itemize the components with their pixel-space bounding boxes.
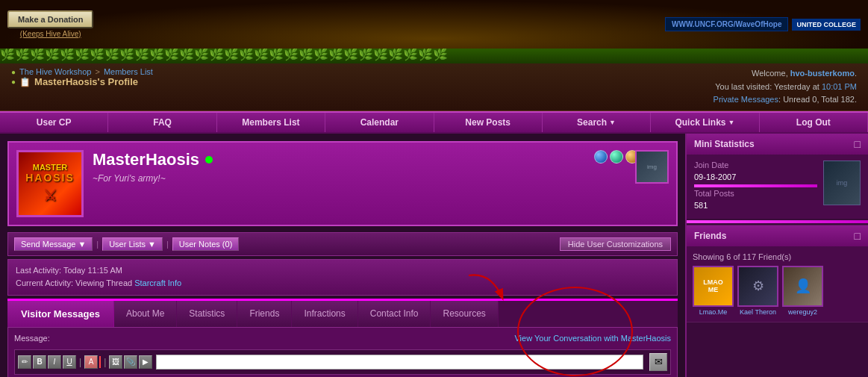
friends-count: Showing 6 of 117 Friend(s) bbox=[693, 252, 862, 261]
color-indicator bbox=[99, 356, 101, 368]
nav-quick-links[interactable]: Quick Links▼ bbox=[651, 113, 759, 132]
tab-resources[interactable]: Resources bbox=[431, 301, 498, 327]
submit-icon: ✉ bbox=[655, 356, 663, 367]
avatar-text: MASTER HAOSIS ⚔ bbox=[25, 163, 75, 205]
user-notes-button[interactable]: User Notes (0) bbox=[172, 237, 240, 251]
breadcrumb-home-link[interactable]: The Hive Workshop bbox=[19, 67, 91, 76]
join-date-value: 09-18-2007 bbox=[694, 172, 736, 181]
nav-members-list[interactable]: Members List bbox=[217, 113, 325, 132]
nav-user-cp[interactable]: User CP bbox=[0, 113, 108, 132]
friend-item-lmao[interactable]: LMAOME Lmao.Me bbox=[693, 266, 734, 316]
stats-profile-avatar: img bbox=[823, 161, 861, 205]
welcome-prefix: Welcome, bbox=[752, 69, 790, 78]
profile-header: MASTER HAOSIS ⚔ MasterHaosis ~For Yuri's… bbox=[7, 141, 678, 226]
nav-faq[interactable]: FAQ bbox=[108, 113, 216, 132]
send-message-dropdown-icon: ▼ bbox=[78, 240, 86, 249]
mini-stats-collapse-button[interactable]: □ bbox=[855, 138, 861, 150]
editor-image-button[interactable]: 🖼 bbox=[109, 355, 122, 369]
nav-log-out[interactable]: Log Out bbox=[760, 113, 868, 132]
top-banner: Make a Donation (Keeps Hive Alive) WWW.U… bbox=[0, 0, 868, 49]
friend-name-kael[interactable]: Kael Theron bbox=[740, 308, 776, 316]
united-logo: UNITED COLLEGE bbox=[792, 19, 861, 31]
editor-input[interactable] bbox=[156, 355, 643, 370]
join-date-value-row: 09-18-2007 bbox=[694, 172, 817, 181]
welcome-period: . bbox=[855, 69, 857, 78]
friend-avatar-kael: ⚙ bbox=[737, 266, 778, 307]
pm-info: Unread 0, Total 182. bbox=[783, 95, 857, 104]
friends-collapse-button[interactable]: □ bbox=[855, 230, 861, 242]
keeps-alive-text: (Keeps Hive Alive) bbox=[20, 30, 81, 38]
pink-bar-divider bbox=[687, 220, 868, 223]
welcome-line: Welcome, hvo-busterkomo. bbox=[714, 67, 857, 81]
foliage-border bbox=[0, 49, 868, 63]
stats-with-avatar: Join Date 09-18-2007 Total Posts 581 bbox=[694, 161, 861, 213]
user-lists-button[interactable]: User Lists ▼ bbox=[102, 237, 163, 251]
tab-about-me[interactable]: About Me bbox=[114, 301, 177, 327]
friend-name-lmao[interactable]: Lmao.Me bbox=[699, 308, 728, 316]
send-message-button[interactable]: Send Message ▼ bbox=[14, 237, 93, 251]
username-row: MasterHaosis bbox=[93, 150, 669, 169]
pink-divider bbox=[694, 184, 817, 187]
breadcrumb-row: ● The Hive Workshop > Members List bbox=[11, 67, 714, 76]
friend-item-kael[interactable]: ⚙ Kael Theron bbox=[737, 266, 778, 316]
friend-avatar-label-lmao: LMAOME bbox=[702, 277, 725, 295]
tab-friends[interactable]: Friends bbox=[237, 301, 292, 327]
view-conversation-link[interactable]: View Your Conversation with MasterHaosis bbox=[514, 334, 671, 346]
donate-button[interactable]: Make a Donation bbox=[7, 10, 93, 28]
join-date-label: Join Date bbox=[694, 161, 761, 169]
last-visited-time-link[interactable]: 10:01 PM bbox=[822, 82, 857, 91]
editor-pen-button[interactable]: ✏ bbox=[18, 355, 31, 369]
tab-contact-info[interactable]: Contact Info bbox=[358, 301, 431, 327]
profile-content: MASTER HAOSIS ⚔ MasterHaosis ~For Yuri's… bbox=[0, 134, 868, 377]
stats-values: Join Date 09-18-2007 Total Posts 581 bbox=[694, 161, 817, 213]
nav-search[interactable]: Search▼ bbox=[543, 113, 651, 132]
friend-avatar-lmao: LMAOME bbox=[693, 266, 734, 307]
editor-sep: | bbox=[79, 357, 81, 367]
friend-name-were[interactable]: wereguy2 bbox=[788, 308, 817, 316]
hide-customizations-button[interactable]: Hide User Customizations bbox=[560, 237, 671, 251]
tabs-row: Visitor Messages About Me Statistics Fri… bbox=[7, 299, 678, 327]
welcome-username-link[interactable]: hvo-busterkomo bbox=[790, 69, 855, 78]
message-area: Message: View Your Conversation with Mas… bbox=[7, 327, 678, 377]
breadcrumb-sep: > bbox=[95, 67, 99, 76]
small-avatar-img: img bbox=[637, 152, 667, 182]
online-indicator bbox=[205, 156, 213, 163]
friend-item-were[interactable]: 👤 wereguy2 bbox=[782, 266, 823, 316]
editor-sep2: | bbox=[104, 357, 106, 367]
gem-teal bbox=[610, 150, 623, 163]
uncf-banner: WWW.UNCF.ORG/WaveOfHope bbox=[665, 17, 788, 31]
editor-attach-button[interactable]: 📎 bbox=[124, 355, 137, 369]
avatar: MASTER HAOSIS ⚔ bbox=[16, 150, 84, 217]
breadcrumb-members-link[interactable]: Members List bbox=[104, 67, 153, 76]
editor-submit-button[interactable]: ✉ bbox=[649, 353, 667, 371]
tab-statistics[interactable]: Statistics bbox=[177, 301, 237, 327]
editor-italic-button[interactable]: I bbox=[48, 355, 61, 369]
nav-new-posts[interactable]: New Posts bbox=[434, 113, 543, 132]
user-lists-dropdown-icon: ▼ bbox=[148, 240, 156, 249]
editor-bold-button[interactable]: B bbox=[33, 355, 46, 369]
friend-avatar-icon-kael: ⚙ bbox=[752, 278, 764, 294]
editor-video-button[interactable]: ▶ bbox=[139, 355, 152, 369]
total-posts-label: Total Posts bbox=[694, 189, 761, 198]
tab-visitor-messages[interactable]: Visitor Messages bbox=[7, 301, 114, 327]
breadcrumbs-col: ● The Hive Workshop > Members List ● 📋 M… bbox=[11, 67, 714, 87]
activity-row: Last Activity: Today 11:15 AM Current Ac… bbox=[7, 259, 678, 296]
message-header: Message: View Your Conversation with Mas… bbox=[14, 334, 671, 346]
breadcrumb-bullet: ● bbox=[11, 68, 16, 76]
last-visited-line: You last visited: Yesterday at 10:01 PM bbox=[714, 81, 857, 94]
action-row: Send Message ▼ | User Lists ▼ | User Not… bbox=[7, 232, 678, 256]
friends-content: Showing 6 of 117 Friend(s) LMAOME Lmao.M… bbox=[687, 246, 868, 322]
total-posts-value-row: 581 bbox=[694, 201, 817, 210]
editor-underline-button[interactable]: U bbox=[63, 355, 76, 369]
nav-calendar[interactable]: Calendar bbox=[325, 113, 434, 132]
editor-color-button[interactable]: A bbox=[84, 355, 98, 369]
current-activity-link[interactable]: Starcraft Info bbox=[134, 278, 181, 287]
friends-section: Friends □ Showing 6 of 117 Friend(s) LMA… bbox=[687, 225, 868, 323]
profile-name-title: MasterHaosis's Profile bbox=[34, 76, 138, 87]
welcome-col: Welcome, hvo-busterkomo. You last visite… bbox=[714, 67, 857, 107]
tab-infractions[interactable]: Infractions bbox=[292, 301, 357, 327]
join-date-row: Join Date bbox=[694, 161, 817, 169]
friends-grid: LMAOME Lmao.Me ⚙ Kael Theron 👤 bbox=[693, 266, 862, 316]
private-messages-link[interactable]: Private Messages bbox=[714, 95, 778, 104]
profile-icon: 📋 bbox=[19, 77, 31, 87]
